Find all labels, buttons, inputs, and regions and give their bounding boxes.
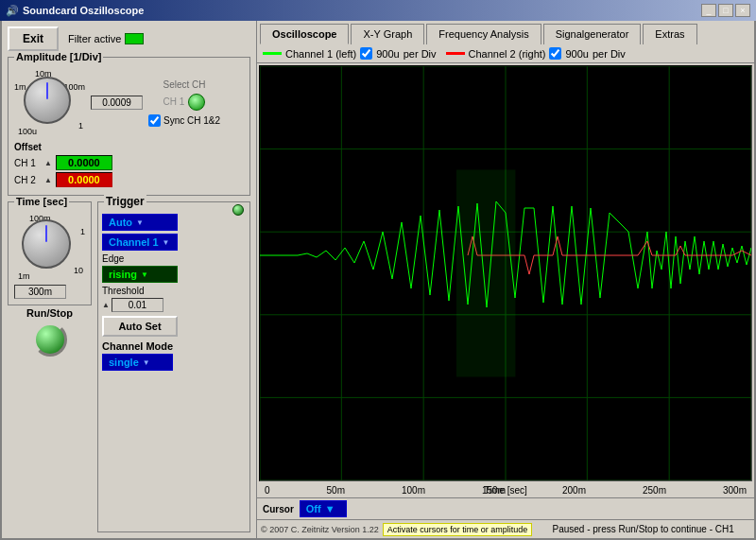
scope-svg xyxy=(260,66,751,480)
ch1-led[interactable] xyxy=(188,94,205,111)
trigger-led xyxy=(232,204,244,216)
title-bar: 🔊 Soundcard Oszilloscope _ □ × xyxy=(0,0,756,21)
time-knob-container: 100m 1 10 1m xyxy=(14,212,85,283)
right-panel: Oscilloscope X-Y Graph Frequency Analysi… xyxy=(257,21,754,538)
window-icon: 🔊 xyxy=(6,5,19,17)
trigger-channel-value[interactable]: Channel 1 ▼ xyxy=(102,234,178,251)
offset-ch2-value[interactable]: 0.0000 xyxy=(56,172,112,187)
amplitude-knob[interactable] xyxy=(24,77,71,124)
channel-mode-value[interactable]: single ▼ xyxy=(102,354,173,371)
auto-set-button[interactable]: Auto Set xyxy=(102,316,178,337)
cursor-dropdown[interactable]: Off ▼ xyxy=(300,500,347,517)
threshold-label: Threshold xyxy=(102,286,246,296)
offset-ch1-arrow-up[interactable]: ▲ xyxy=(44,159,52,167)
knob-label-100u: 100u xyxy=(18,127,37,136)
threshold-row: ▲ 0.01 xyxy=(102,298,246,312)
threshold-value[interactable]: 0.01 xyxy=(112,298,163,312)
offset-ch2-label: CH 2 xyxy=(14,175,41,185)
sync-check[interactable] xyxy=(148,114,161,127)
time-axis-bar: 0 50m 100m 150m 200m 250m 300m Time [sec… xyxy=(257,483,754,497)
offset-ch1-row: CH 1 ▲ 0.0000 xyxy=(14,155,244,170)
ch1-checkbox[interactable] xyxy=(360,47,372,60)
amplitude-value-display: 0.0009 xyxy=(91,96,143,110)
offset-ch2-row: CH 2 ▲ 0.0000 xyxy=(14,172,244,187)
time-label-10: 10 xyxy=(74,266,83,275)
close-button[interactable]: × xyxy=(735,4,750,17)
trigger-mode-dropdown[interactable]: Auto ▼ xyxy=(102,214,246,231)
tab-xy-graph[interactable]: X-Y Graph xyxy=(351,24,424,44)
scope-display xyxy=(259,65,752,481)
trigger-edge-value[interactable]: rising ▼ xyxy=(102,266,178,283)
tab-frequency[interactable]: Frequency Analysis xyxy=(426,24,541,44)
trigger-channel-dropdown[interactable]: Channel 1 ▼ xyxy=(102,234,246,251)
maximize-button[interactable]: □ xyxy=(718,4,733,17)
left-panel: Exit Filter active Amplitude [1/Div] 10m… xyxy=(2,21,257,538)
threshold-arrow-up[interactable]: ▲ xyxy=(102,301,110,309)
amplitude-section: 10m 100m 1 100u 1m 0.0009 Select CH xyxy=(14,67,244,138)
ch2-per-div-value: 900u xyxy=(565,48,588,60)
ch1-bar-label: Channel 1 (left) xyxy=(285,48,356,60)
cursor-value[interactable]: Off ▼ xyxy=(300,500,347,517)
bottom-row: Time [sec] 100m 1 10 1m 300m Run/Stop xyxy=(8,201,250,532)
time-value-display: 300m xyxy=(14,285,66,299)
time-knob[interactable] xyxy=(22,219,71,269)
trigger-edge-dropdown[interactable]: rising ▼ xyxy=(102,266,246,283)
ch1-indicator-bar: Channel 1 (left) 900u per Div xyxy=(263,47,437,60)
tab-signalgenerator[interactable]: Signalgenerator xyxy=(543,24,642,44)
time-marker-100m: 100m xyxy=(402,485,425,496)
runstop-section: Run/Stop xyxy=(8,307,92,357)
sync-checkbox[interactable]: Sync CH 1&2 xyxy=(148,114,220,127)
time-marker-300m: 300m xyxy=(723,485,747,496)
activate-cursors-button[interactable]: Activate cursors for time or amplitude xyxy=(383,523,533,536)
time-group: Time [sec] 100m 1 10 1m 300m Run/Stop xyxy=(8,201,92,532)
window-controls: _ □ × xyxy=(701,4,750,17)
main-content: Exit Filter active Amplitude [1/Div] 10m… xyxy=(0,21,756,540)
runstop-button[interactable] xyxy=(33,322,67,357)
time-marker-0: 0 xyxy=(265,485,270,496)
knob-label-1: 1 xyxy=(78,121,83,131)
select-ch-label: Select CH xyxy=(163,79,206,90)
top-controls: Exit Filter active xyxy=(8,26,250,51)
time-marker-50m: 50m xyxy=(327,485,345,496)
ch1-per-div-value: 900u xyxy=(376,48,399,60)
filter-active-indicator: Filter active xyxy=(68,33,144,44)
ch2-indicator-bar: Channel 2 (right) 900u per Div xyxy=(446,47,626,60)
exit-button[interactable]: Exit xyxy=(8,26,59,51)
ch1-per-div-label: per Div xyxy=(404,48,437,60)
select-ch-area: Select CH CH 1 Sync CH 1&2 xyxy=(148,79,220,127)
offset-section: Offset CH 1 ▲ 0.0000 CH 2 ▲ 0.0000 xyxy=(14,142,244,187)
time-axis-label: Time [sec] xyxy=(484,485,527,496)
offset-ch2-arrow-up[interactable]: ▲ xyxy=(44,176,52,184)
minimize-button[interactable]: _ xyxy=(701,4,716,17)
amplitude-label: Amplitude [1/Div] xyxy=(14,51,103,62)
amplitude-value-area: 0.0009 xyxy=(91,96,143,110)
trigger-title: Trigger xyxy=(104,195,146,208)
tab-extras[interactable]: Extras xyxy=(643,24,696,44)
offset-ch1-label: CH 1 xyxy=(14,158,41,168)
ch1-indicator: CH 1 xyxy=(163,94,206,111)
amplitude-group: Amplitude [1/Div] 10m 100m 1 100u 1m 0.0 xyxy=(8,57,250,196)
offset-ch1-value[interactable]: 0.0000 xyxy=(56,155,112,170)
time-marker-200m: 200m xyxy=(562,485,586,496)
ch1-line xyxy=(263,52,282,55)
cursor-arrow: ▼ xyxy=(325,503,335,514)
tab-bar: Oscilloscope X-Y Graph Frequency Analysi… xyxy=(257,21,754,44)
channel-mode-dropdown[interactable]: single ▼ xyxy=(102,354,246,371)
ch2-checkbox[interactable] xyxy=(549,47,561,60)
tab-oscilloscope[interactable]: Oscilloscope xyxy=(260,24,349,44)
channel-mode-arrow: ▼ xyxy=(143,358,150,367)
status-bar: © 2007 C. Zeitnitz Version 1.22 Activate… xyxy=(257,519,754,538)
filter-led xyxy=(125,33,144,44)
burst-region xyxy=(456,170,515,377)
runstop-label: Run/Stop xyxy=(26,307,73,319)
trigger-mode-value[interactable]: Auto ▼ xyxy=(102,214,178,231)
time-label-1m: 1m xyxy=(18,271,30,281)
channel-bar: Channel 1 (left) 900u per Div Channel 2 … xyxy=(257,44,754,63)
time-label-1: 1 xyxy=(80,227,85,236)
ch2-bar-label: Channel 2 (right) xyxy=(469,48,546,60)
window-title: 🔊 Soundcard Oszilloscope xyxy=(6,5,144,17)
time-marker-250m: 250m xyxy=(643,485,666,496)
status-message: Paused - press Run/Stop to continue - CH… xyxy=(536,524,750,534)
trigger-mode-arrow: ▼ xyxy=(136,218,144,227)
channel-mode-section: Channel Mode single ▼ xyxy=(102,340,246,371)
